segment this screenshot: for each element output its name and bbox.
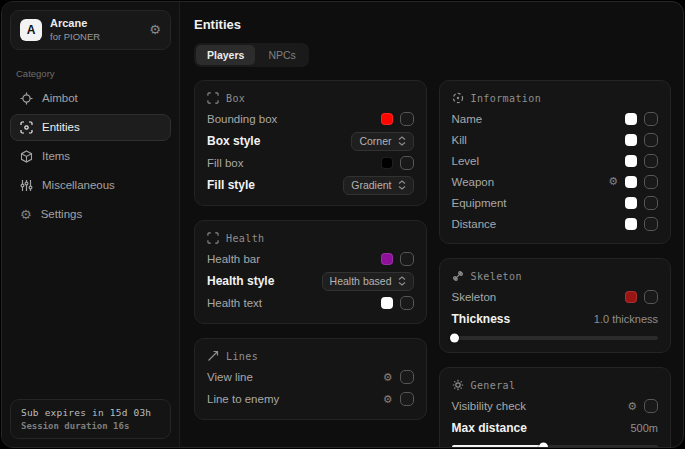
weapon-color-swatch[interactable]: [625, 176, 637, 188]
setting-label: Weapon: [452, 176, 495, 188]
card-title: Skeleton: [471, 271, 522, 282]
view-line-checkbox[interactable]: [400, 370, 414, 384]
bone-icon: [452, 270, 464, 282]
gear-icon[interactable]: ⚙: [608, 176, 618, 187]
max-distance-value: 500m: [630, 422, 658, 434]
sidebar-item-items[interactable]: Items: [10, 143, 171, 170]
main-panel: Entities Players NPCs Box Bou: [180, 2, 683, 447]
setting-row: Fill style Gradient: [207, 174, 414, 196]
thickness-slider[interactable]: [452, 336, 659, 340]
frame-corners-icon: [207, 232, 219, 244]
health-bar-color-swatch[interactable]: [381, 253, 393, 265]
bounding-box-color-swatch[interactable]: [381, 113, 393, 125]
level-color-swatch[interactable]: [625, 155, 637, 167]
gear-icon: ⚙: [20, 208, 32, 221]
crosshair-icon: [20, 92, 33, 105]
health-style-dropdown[interactable]: Health based: [322, 272, 414, 291]
gear-icon[interactable]: ⚙: [383, 394, 393, 405]
session-duration-text: Session duration 16s: [21, 421, 160, 431]
distance-checkbox[interactable]: [644, 217, 658, 231]
equipment-checkbox[interactable]: [644, 196, 658, 210]
general-card: General Visibility check ⚙ Max distance …: [439, 367, 672, 448]
setting-label: Fill box: [207, 157, 243, 169]
health-bar-checkbox[interactable]: [400, 252, 414, 266]
box-style-dropdown[interactable]: Corner: [351, 132, 413, 151]
cube-icon: [20, 150, 33, 163]
max-distance-slider[interactable]: [452, 445, 659, 448]
health-text-checkbox[interactable]: [400, 296, 414, 310]
setting-row: Box style Corner: [207, 130, 414, 152]
kill-checkbox[interactable]: [644, 133, 658, 147]
app-title-block: Arcane for PIONER: [50, 17, 100, 43]
distance-color-swatch[interactable]: [625, 218, 637, 230]
name-checkbox[interactable]: [644, 112, 658, 126]
weapon-checkbox[interactable]: [644, 175, 658, 189]
chevron-up-down-icon: [398, 180, 406, 190]
setting-label: View line: [207, 371, 253, 383]
gear-icon[interactable]: ⚙: [149, 22, 161, 37]
sidebar-nav: Aimbot Entities Items: [2, 83, 179, 230]
left-column: Box Bounding box Box style Corner: [194, 80, 427, 420]
setting-label: Bounding box: [207, 113, 277, 125]
setting-label: Health text: [207, 297, 262, 309]
gear-icon[interactable]: ⚙: [627, 401, 637, 412]
app-name: Arcane: [50, 17, 100, 31]
sidebar-item-entities[interactable]: Entities: [10, 114, 171, 141]
skeleton-checkbox[interactable]: [644, 290, 658, 304]
sidebar-item-label: Settings: [41, 208, 83, 220]
app-window: A Arcane for PIONER ⚙ Category Aimbot: [1, 1, 684, 448]
slider-thumb[interactable]: [450, 334, 459, 343]
setting-row: Equipment: [452, 192, 659, 213]
setting-label: Name: [452, 113, 483, 125]
entities-scan-icon: [20, 121, 33, 134]
fill-box-checkbox[interactable]: [400, 156, 414, 170]
chevron-up-down-icon: [398, 276, 406, 286]
setting-label: Line to enemy: [207, 393, 279, 405]
setting-row: Distance: [452, 213, 659, 234]
skeleton-card: Skeleton Skeleton Thickness 1.0 thicknes…: [439, 258, 672, 353]
gear-icon[interactable]: ⚙: [383, 372, 393, 383]
sidebar-item-miscellaneous[interactable]: Miscellaneous: [10, 172, 171, 199]
frame-corners-icon: [207, 92, 219, 104]
entity-tabs: Players NPCs: [194, 43, 309, 67]
health-text-color-swatch[interactable]: [381, 297, 393, 309]
setting-row: Health bar: [207, 248, 414, 270]
setting-label: Skeleton: [452, 291, 497, 303]
sidebar: A Arcane for PIONER ⚙ Category Aimbot: [2, 2, 180, 447]
setting-label: Kill: [452, 134, 467, 146]
setting-row: Line to enemy ⚙: [207, 388, 414, 410]
setting-label: Fill style: [207, 178, 255, 192]
tab-players[interactable]: Players: [196, 45, 255, 65]
setting-row: Fill box: [207, 152, 414, 174]
equipment-color-swatch[interactable]: [625, 197, 637, 209]
sidebar-item-aimbot[interactable]: Aimbot: [10, 85, 171, 112]
chevron-up-down-icon: [398, 136, 406, 146]
visibility-check-checkbox[interactable]: [644, 399, 658, 413]
tab-npcs[interactable]: NPCs: [257, 45, 306, 65]
fill-box-color-swatch[interactable]: [381, 157, 393, 169]
diagonal-line-icon: [207, 350, 219, 362]
thickness-value: 1.0 thickness: [594, 313, 658, 325]
setting-row: Skeleton: [452, 286, 659, 308]
fill-style-dropdown[interactable]: Gradient: [343, 176, 413, 195]
slider-thumb[interactable]: [539, 443, 548, 449]
setting-row: Kill: [452, 129, 659, 150]
setting-row: Health text: [207, 292, 414, 314]
setting-label: Thickness: [452, 312, 511, 326]
app-subtitle: for PIONER: [50, 31, 100, 43]
sub-expiry-text: Sub expires in 15d 03h: [21, 407, 160, 418]
name-color-swatch[interactable]: [625, 113, 637, 125]
card-title: Health: [226, 233, 265, 244]
radar-icon: [452, 92, 464, 104]
skeleton-color-swatch[interactable]: [625, 291, 637, 303]
line-to-enemy-checkbox[interactable]: [400, 392, 414, 406]
level-checkbox[interactable]: [644, 154, 658, 168]
setting-row: Level: [452, 150, 659, 171]
setting-row: Visibility check ⚙: [452, 395, 659, 417]
sidebar-item-settings[interactable]: ⚙ Settings: [10, 201, 171, 228]
kill-color-swatch[interactable]: [625, 134, 637, 146]
setting-row: View line ⚙: [207, 366, 414, 388]
setting-row: Bounding box: [207, 108, 414, 130]
sidebar-item-label: Items: [42, 150, 70, 162]
bounding-box-checkbox[interactable]: [400, 112, 414, 126]
